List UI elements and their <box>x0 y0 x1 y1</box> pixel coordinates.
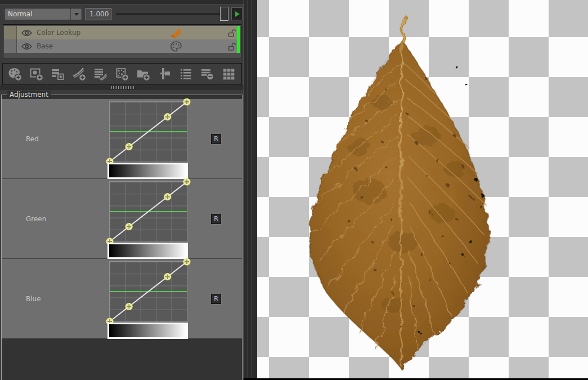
curve-point[interactable] <box>125 303 133 310</box>
gradient-ramp <box>107 163 188 179</box>
layer-name: Base <box>37 42 53 50</box>
channel-label: Red <box>26 135 39 143</box>
add-procedural-layer-icon <box>114 66 129 82</box>
layer-toolbar <box>2 63 242 85</box>
opacity-slider-track[interactable] <box>116 14 221 15</box>
curve-point[interactable] <box>183 99 191 106</box>
curve-point[interactable] <box>164 193 171 200</box>
leaf-texture <box>308 39 493 372</box>
opacity-slider-handle[interactable] <box>220 7 228 21</box>
add-color-lookup-layer-button[interactable] <box>71 66 87 82</box>
curve-editor-red[interactable] <box>109 101 187 162</box>
add-layer-instance-button[interactable] <box>50 66 65 82</box>
add-image-layer-button[interactable] <box>29 66 44 82</box>
channel-row-blue: Blue R <box>2 259 242 339</box>
panel-canvas-divider[interactable] <box>244 0 257 380</box>
leaf-image <box>257 0 588 378</box>
curve-point[interactable] <box>183 178 191 186</box>
apply-button[interactable] <box>231 7 243 20</box>
curve-editor-blue[interactable] <box>109 261 187 322</box>
unlock-icon[interactable] <box>227 28 236 38</box>
blend-mode-value: Normal <box>8 10 32 18</box>
layer-list-view-button[interactable] <box>178 66 194 82</box>
layer-list: Color Lookup Base <box>3 24 241 59</box>
grid-view-icon <box>221 66 236 82</box>
layers-and-adjustment-panel: Normal 1.000 Color Lookup <box>0 0 244 380</box>
opacity-value: 1.000 <box>89 10 109 18</box>
reset-button-blue[interactable]: R <box>211 294 221 304</box>
selected-indicator-bar <box>237 26 240 53</box>
gradient-ramp <box>107 243 188 259</box>
add-paint-layer-icon <box>7 66 23 82</box>
adjustment-group: Adjustment Red R Green R Blue R <box>1 95 243 380</box>
curve-point[interactable] <box>125 143 133 150</box>
visibility-eye-icon[interactable] <box>21 43 32 50</box>
layer-gutter <box>4 39 17 53</box>
curve-point[interactable] <box>125 223 133 230</box>
dropdown-arrow-icon[interactable] <box>70 8 82 20</box>
unlock-icon[interactable] <box>227 42 236 51</box>
channel-label: Green <box>26 215 46 223</box>
add-procedural-layer-button[interactable] <box>114 66 129 82</box>
grid-view-button[interactable] <box>221 66 236 82</box>
reset-button-green[interactable]: R <box>211 214 221 224</box>
gradient-ramp <box>107 323 188 339</box>
visibility-eye-icon[interactable] <box>21 29 32 37</box>
link-layers-button[interactable] <box>157 66 172 82</box>
color-lookup-icon <box>170 27 182 38</box>
add-paint-layer-button[interactable] <box>7 66 23 82</box>
link-layers-icon <box>157 66 172 82</box>
adjustment-group-title: Adjustment <box>7 91 51 99</box>
curve-point[interactable] <box>164 113 171 120</box>
reset-button-red[interactable]: R <box>211 134 221 144</box>
panel-splitter <box>0 85 244 90</box>
splitter-drag-handle[interactable] <box>111 86 134 89</box>
channel-row-red: Red R <box>2 99 242 179</box>
add-color-lookup-layer-icon <box>71 66 87 82</box>
remove-layer-button[interactable] <box>200 66 215 82</box>
remove-layer-icon <box>200 66 215 82</box>
add-layer-group-icon <box>136 66 151 82</box>
add-adjustment-stack-icon <box>93 66 108 82</box>
add-layer-group-button[interactable] <box>136 66 151 82</box>
layer-list-view-icon <box>178 66 194 82</box>
curve-point[interactable] <box>164 273 171 280</box>
play-icon <box>235 11 240 17</box>
add-adjustment-stack-button[interactable] <box>93 66 108 82</box>
channel-label: Blue <box>26 295 41 303</box>
paint-layer-icon <box>170 41 182 52</box>
panel-top-edge <box>0 0 244 5</box>
add-image-layer-icon <box>29 66 44 82</box>
add-layer-instance-icon <box>50 66 65 82</box>
layer-row-color-lookup[interactable]: Color Lookup <box>4 26 237 39</box>
blend-mode-select[interactable]: Normal <box>4 8 82 20</box>
curve-editor-green[interactable] <box>109 181 187 242</box>
channel-row-green: Green R <box>2 179 242 259</box>
layer-gutter <box>4 26 17 39</box>
viewport-canvas[interactable] <box>257 0 588 378</box>
layer-row-base[interactable]: Base <box>4 39 237 53</box>
opacity-input[interactable]: 1.000 <box>86 8 111 20</box>
curve-point[interactable] <box>183 258 191 266</box>
layer-name: Color Lookup <box>37 29 80 37</box>
